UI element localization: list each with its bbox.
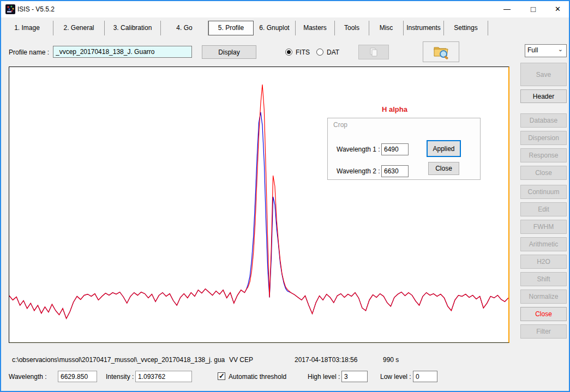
tab-gnuplot[interactable]: 6. Gnuplot xyxy=(254,21,296,35)
high-level-input[interactable] xyxy=(341,371,368,382)
maximize-button[interactable]: □ xyxy=(521,1,545,17)
tab-image[interactable]: 1. Image xyxy=(1,21,53,35)
sidebar-button-continuum: Continuum xyxy=(520,185,567,199)
sidebar-button-shift: Shift xyxy=(520,272,567,286)
wavelength-readout-label: Wavelength : xyxy=(9,373,47,381)
folder-search-icon xyxy=(433,44,450,59)
title-bar: ISIS - V5.5.2 — □ ✕ xyxy=(1,1,569,17)
wavelength1-label: Wavelength 1 : xyxy=(337,146,380,153)
crop-close-button[interactable]: Close xyxy=(428,162,459,175)
sidebar-button-edit: Edit xyxy=(520,202,567,216)
spectrum-svg xyxy=(9,67,508,342)
object-name-text: VV CEP xyxy=(229,356,253,364)
crop-panel-title: Crop xyxy=(333,121,347,129)
tab-strip: 1. Image 2. General 3. Calibration 4. Go… xyxy=(1,21,488,35)
spectrum-plot[interactable]: H alpha Crop Wavelength 1 : Wavelength 2… xyxy=(9,67,509,343)
view-range-select[interactable]: Full ⌄ xyxy=(525,44,567,57)
sidebar-button-database: Database xyxy=(520,113,567,128)
auto-threshold-checkbox[interactable] xyxy=(218,372,225,380)
tab-misc[interactable]: Misc xyxy=(369,21,404,35)
auto-threshold-label[interactable]: Automatic threshold xyxy=(229,373,286,381)
sidebar-button-dispersion: Dispersion xyxy=(520,131,567,145)
tab-profile[interactable]: 5. Profile xyxy=(208,21,254,35)
display-button[interactable]: Display xyxy=(202,45,256,59)
copy-profile-button xyxy=(358,45,389,59)
low-level-label: Low level : xyxy=(380,373,411,381)
crop-applied-button[interactable]: Applied xyxy=(427,140,461,157)
file-path-text: c:\observacions\mussol\20170417_mussol\_… xyxy=(12,356,225,364)
sidebar-button-filter: Filter xyxy=(520,324,567,339)
dat-radio-label[interactable]: DAT xyxy=(327,49,339,56)
wavelength2-label: Wavelength 2 : xyxy=(337,167,380,175)
fits-radio[interactable] xyxy=(285,49,292,56)
h-alpha-annotation: H alpha xyxy=(382,105,407,113)
sidebar-button-header[interactable]: Header xyxy=(520,89,567,103)
profile-name-label: Profile name : xyxy=(9,49,49,56)
wavelength1-input[interactable] xyxy=(381,143,409,155)
tab-masters[interactable]: Masters xyxy=(296,21,335,35)
close-button[interactable]: ✕ xyxy=(545,1,570,17)
sidebar-button-arithmetic: Arithmetic xyxy=(520,237,567,251)
isis-window: ISIS - V5.5.2 — □ ✕ 1. Image 2. General … xyxy=(0,0,570,392)
sidebar-button-fwhm: FWHM xyxy=(520,220,567,234)
minimize-button[interactable]: — xyxy=(495,1,519,17)
wavelength-readout-field xyxy=(58,371,97,382)
sidebar-button-close[interactable]: Close xyxy=(520,307,567,321)
sidebar-button-normalize: Normalize xyxy=(520,290,567,304)
view-range-value: Full xyxy=(527,46,538,54)
low-level-input[interactable] xyxy=(413,371,437,382)
observation-datetime-text: 2017-04-18T03:18:56 xyxy=(295,356,357,364)
sidebar-button-save: Save xyxy=(520,63,567,86)
browse-profile-button[interactable] xyxy=(423,41,459,62)
exposure-time-text: 990 s xyxy=(383,356,399,364)
sidebar-button-h2o: H2O xyxy=(520,255,567,269)
intensity-readout-label: Intensity : xyxy=(106,373,134,381)
tab-calibration[interactable]: 3. Calibration xyxy=(105,21,161,35)
app-icon xyxy=(5,4,15,14)
chevron-down-icon: ⌄ xyxy=(558,46,563,53)
wavelength2-input[interactable] xyxy=(381,165,409,177)
fits-radio-label[interactable]: FITS xyxy=(296,49,310,56)
tab-instruments[interactable]: Instruments xyxy=(404,21,444,35)
intensity-readout-field xyxy=(135,371,192,382)
tab-tools[interactable]: Tools xyxy=(335,21,369,35)
sidebar-button-response: Response xyxy=(520,148,567,162)
dat-radio[interactable] xyxy=(316,49,323,56)
tab-go[interactable]: 4. Go xyxy=(161,21,208,35)
profile-name-input[interactable] xyxy=(53,46,192,58)
high-level-label: High level : xyxy=(308,373,340,381)
tab-settings[interactable]: Settings xyxy=(444,21,488,35)
crop-panel: Crop Wavelength 1 : Wavelength 2 : Appli… xyxy=(327,118,481,180)
tab-general[interactable]: 2. General xyxy=(53,21,105,35)
sidebar-button-close-disabled: Close xyxy=(520,166,567,180)
window-title: ISIS - V5.5.2 xyxy=(17,5,55,13)
copy-icon xyxy=(369,47,379,57)
